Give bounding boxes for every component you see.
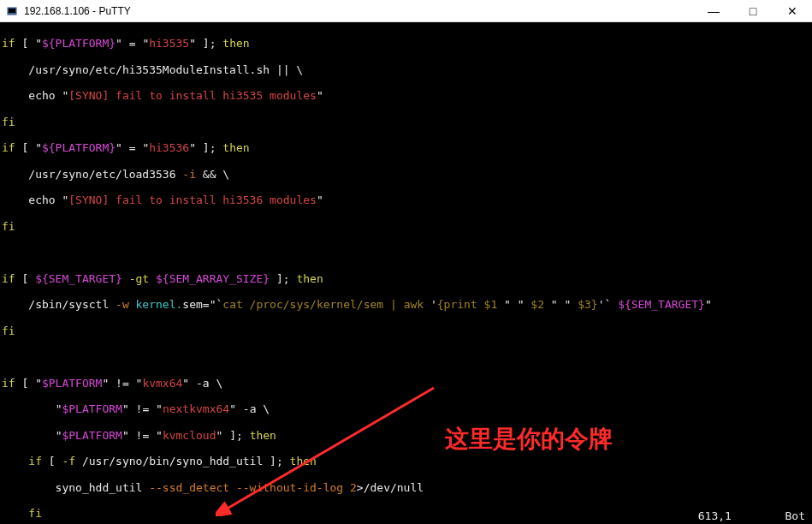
code-line: >/dev/null — [357, 481, 424, 494]
keyword-then: then — [250, 429, 276, 442]
code-op: -gt — [122, 272, 156, 285]
code-quote: " — [122, 429, 136, 442]
code-string: kvmx64 — [142, 377, 182, 390]
code-quote: "` — [210, 298, 223, 311]
keyword-if: if — [2, 37, 15, 50]
code-line: -a \ — [243, 402, 270, 415]
code-line: sem= — [182, 298, 209, 311]
code-bracket: [ — [15, 272, 35, 285]
code-flag: -f — [62, 455, 81, 467]
code-quote: " — [102, 377, 116, 390]
code-bracket: ]; — [203, 37, 222, 50]
code-cmd: echo — [2, 194, 62, 206]
code-bracket: [ — [15, 377, 35, 390]
code-flag: -w — [116, 298, 135, 311]
code-bracket: ]; — [270, 272, 296, 285]
annotation-line2: 不带任何符号 — [445, 521, 613, 524]
keyword-fi: fi — [2, 325, 15, 337]
maximize-button[interactable]: □ — [733, 0, 773, 22]
code-quote: " — [35, 141, 42, 154]
terminal-content[interactable]: if [ "${PLATFORM}" = "hi3535" ]; then /u… — [0, 22, 812, 524]
code-quote: " " — [551, 298, 571, 311]
svg-rect-1 — [9, 9, 15, 13]
minimize-button[interactable]: — — [694, 0, 733, 22]
code-quote: " — [116, 37, 129, 50]
code-cmd: echo — [2, 89, 62, 102]
titlebar[interactable]: 192.168.1.106 - PuTTY — □ ✕ — [0, 0, 812, 22]
code-awk: $2 — [525, 298, 551, 311]
code-string: nextkvmx64 — [163, 402, 229, 415]
code-quote: " — [189, 37, 203, 50]
code-op: != — [136, 429, 156, 442]
code-op: != — [116, 377, 135, 390]
code-quote: " — [35, 37, 42, 50]
code-indent — [2, 402, 56, 415]
code-indent — [2, 429, 56, 442]
code-quote: " — [182, 377, 196, 390]
code-quote: " — [216, 429, 230, 442]
code-variable: ${PLATFORM} — [42, 141, 116, 154]
code-string: hi3535 — [149, 37, 189, 50]
code-variable: ${SEM_ARRAY_SIZE} — [156, 272, 270, 285]
keyword-fi: fi — [2, 507, 42, 520]
code-quote: ` — [604, 298, 618, 311]
code-quote: " — [156, 402, 163, 415]
code-line: /usr/syno/etc/load3536 — [2, 168, 182, 181]
keyword-then: then — [222, 141, 249, 154]
keyword-if: if — [2, 141, 15, 154]
code-line: syno_hdd_util — [2, 481, 149, 494]
code-line: -a \ — [196, 377, 222, 390]
keyword-fi: fi — [2, 220, 15, 233]
code-op: = — [129, 37, 143, 50]
window-title: 192.168.1.106 - PuTTY — [24, 5, 694, 17]
keyword-then: then — [222, 37, 249, 50]
code-bracket: ]; — [203, 141, 222, 154]
window-controls: — □ ✕ — [694, 0, 812, 22]
code-op: != — [136, 402, 156, 415]
code-op: = — [129, 141, 143, 154]
statusbar: 613,1 Bot — [685, 497, 805, 522]
code-subshell: cat /proc/sys/kernel/sem | awk — [222, 298, 430, 311]
code-flag: --ssd_detect --without-id-log 2 — [149, 481, 357, 494]
code-quote: " — [122, 402, 136, 415]
code-string: kvmcloud — [163, 429, 216, 442]
code-string: hi3536 — [149, 141, 189, 154]
code-quote: " — [35, 377, 42, 390]
code-quote: " — [317, 194, 323, 206]
code-quote: ' — [430, 298, 437, 311]
code-quote: " — [705, 298, 712, 311]
code-variable: ${SEM_TARGET} — [35, 272, 122, 285]
code-line: /usr/syno/etc/hi3535ModuleInstall.sh || … — [2, 63, 303, 76]
code-quote: " — [189, 141, 203, 154]
code-line: /sbin/sysctl — [2, 298, 116, 311]
code-quote: " — [229, 402, 243, 415]
code-bracket: [ — [15, 37, 35, 50]
close-button[interactable]: ✕ — [773, 0, 812, 22]
code-quote: " — [317, 89, 323, 102]
keyword-if: if — [2, 455, 42, 467]
code-variable: ${SEM_TARGET} — [618, 298, 705, 311]
code-string: [SYNO] fail to install hi3536 modules — [68, 194, 317, 206]
code-quote: " — [156, 429, 163, 442]
code-quote: " " — [504, 298, 524, 311]
code-quote: " — [116, 141, 129, 154]
keyword-if: if — [2, 377, 15, 390]
keyword-then: then — [296, 272, 323, 285]
code-ident: kernel. — [136, 298, 183, 311]
code-line: && \ — [203, 168, 229, 181]
keyword-if: if — [2, 272, 15, 285]
code-awk: {print $1 — [437, 298, 504, 311]
putty-icon — [5, 4, 19, 18]
code-line: /usr/syno/bin/syno_hdd_util ]; — [82, 455, 290, 467]
status-location: Bot — [785, 509, 805, 522]
code-variable: $PLATFORM — [62, 402, 122, 415]
code-awk: $3} — [571, 298, 597, 311]
code-bracket: ]; — [229, 429, 249, 442]
keyword-fi: fi — [2, 116, 15, 128]
code-bracket: [ — [15, 141, 35, 154]
code-variable: $PLATFORM — [42, 377, 102, 390]
status-position: 613,1 — [698, 509, 732, 522]
keyword-then: then — [290, 455, 317, 467]
code-string: [SYNO] fail to install hi3535 modules — [68, 89, 317, 102]
code-variable: $PLATFORM — [62, 429, 122, 442]
